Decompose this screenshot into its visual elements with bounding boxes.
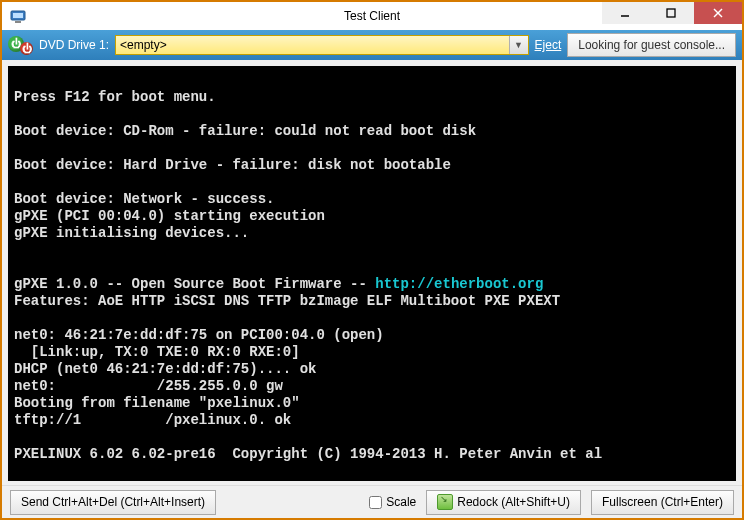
app-window: Test Client ⏻ ⏻ DVD Drive 1: <empty> ▼ E… (0, 0, 744, 520)
chevron-down-icon: ▼ (509, 36, 528, 54)
dvd-drive-select[interactable]: <empty> ▼ (115, 35, 529, 55)
eject-link[interactable]: Eject (535, 38, 562, 52)
console-text-post: Features: AoE HTTP iSCSI DNS TFTP bzImag… (14, 293, 602, 462)
maximize-button[interactable] (648, 2, 694, 24)
minimize-button[interactable] (602, 2, 648, 24)
console-area: Press F12 for boot menu. Boot device: CD… (2, 60, 742, 485)
scale-label: Scale (386, 495, 416, 509)
redock-label: Redock (Alt+Shift+U) (457, 495, 570, 509)
dvd-drive-label: DVD Drive 1: (39, 38, 109, 52)
titlebar: Test Client (2, 2, 742, 30)
power-icons[interactable]: ⏻ ⏻ (8, 36, 33, 55)
scale-checkbox[interactable]: Scale (369, 495, 416, 509)
scale-checkbox-input[interactable] (369, 496, 382, 509)
redock-icon (437, 494, 453, 510)
console-output[interactable]: Press F12 for boot menu. Boot device: CD… (8, 66, 736, 481)
svg-rect-4 (667, 9, 675, 17)
etherboot-link[interactable]: http://etherboot.org (375, 276, 543, 292)
redock-button[interactable]: Redock (Alt+Shift+U) (426, 490, 581, 515)
console-text-pre: Press F12 for boot menu. Boot device: CD… (14, 89, 476, 292)
close-button[interactable] (694, 2, 742, 24)
dvd-drive-value: <empty> (120, 38, 167, 52)
toolbar: ⏻ ⏻ DVD Drive 1: <empty> ▼ Eject Looking… (2, 30, 742, 60)
app-icon (10, 8, 26, 24)
window-controls (602, 2, 742, 24)
power-off-icon: ⏻ (20, 42, 33, 55)
svg-rect-1 (13, 13, 23, 18)
bottom-bar: Send Ctrl+Alt+Del (Ctrl+Alt+Insert) Scal… (2, 485, 742, 518)
svg-rect-2 (15, 21, 21, 23)
fullscreen-button[interactable]: Fullscreen (Ctrl+Enter) (591, 490, 734, 515)
send-ctrl-alt-del-button[interactable]: Send Ctrl+Alt+Del (Ctrl+Alt+Insert) (10, 490, 216, 515)
guest-console-button[interactable]: Looking for guest console... (567, 33, 736, 57)
